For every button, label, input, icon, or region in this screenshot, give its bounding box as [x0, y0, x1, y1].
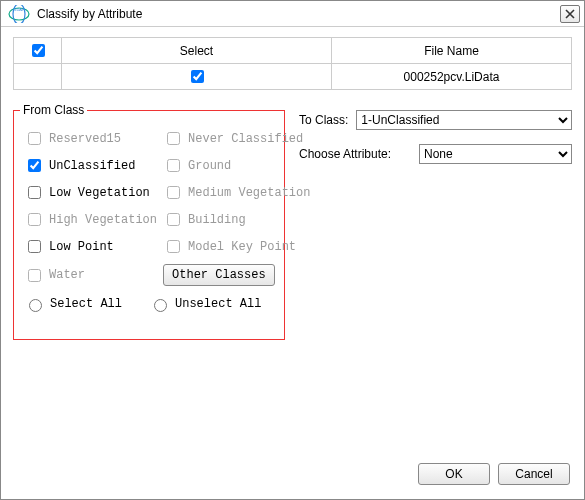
to-class-label: To Class:	[299, 113, 348, 127]
from-class-item: Building	[163, 210, 310, 229]
to-class-select[interactable]: 1-UnClassified	[356, 110, 572, 130]
from-class-item: Reserved15	[24, 129, 157, 148]
cancel-button-label: Cancel	[515, 467, 552, 481]
other-classes-wrap: Other Classes	[163, 264, 310, 286]
from-class-checkbox	[28, 132, 41, 145]
other-classes-label: Other Classes	[172, 268, 266, 282]
ok-button[interactable]: OK	[418, 463, 490, 485]
from-class-item-label: Never Classified	[188, 132, 303, 146]
from-class-item: Medium Vegetation	[163, 183, 310, 202]
close-icon	[565, 9, 575, 19]
from-class-checkbox	[167, 213, 180, 226]
header-select: Select	[62, 38, 332, 64]
titlebar: LIDAR Classify by Attribute	[1, 1, 584, 27]
from-class-item-label: Low Point	[49, 240, 114, 254]
from-class-options: Reserved15Never ClassifiedUnClassifiedGr…	[24, 129, 274, 286]
from-class-item-label: Low Vegetation	[49, 186, 150, 200]
from-class-item: Water	[24, 264, 157, 286]
from-class-item: Ground	[163, 156, 310, 175]
from-class-item[interactable]: Low Vegetation	[24, 183, 157, 202]
from-class-item[interactable]: UnClassified	[24, 156, 157, 175]
dialog-window: LIDAR Classify by Attribute Select File …	[0, 0, 585, 500]
from-class-checkbox	[167, 186, 180, 199]
row-select-checkbox[interactable]	[191, 70, 204, 83]
from-class-item-label: High Vegetation	[49, 213, 157, 227]
from-class-item: High Vegetation	[24, 210, 157, 229]
from-class-group: From Class Reserved15Never ClassifiedUnC…	[13, 110, 285, 340]
from-class-checkbox[interactable]	[28, 159, 41, 172]
header-filename: File Name	[332, 38, 572, 64]
choose-attribute-select[interactable]: None	[419, 144, 572, 164]
from-class-item-label: Water	[49, 268, 85, 282]
file-table: Select File Name 000252pcv.LiData	[13, 37, 572, 90]
close-button[interactable]	[560, 5, 580, 23]
select-all-checkbox[interactable]	[32, 44, 45, 57]
table-row[interactable]: 000252pcv.LiData	[14, 64, 572, 90]
dialog-title: Classify by Attribute	[37, 7, 560, 21]
from-class-checkbox	[167, 240, 180, 253]
select-all-radio[interactable]: Select All	[24, 296, 149, 312]
from-class-item: Never Classified	[163, 129, 310, 148]
right-panel: To Class: 1-UnClassified Choose Attribut…	[299, 110, 572, 178]
unselect-all-label: Unselect All	[175, 297, 261, 311]
other-classes-button[interactable]: Other Classes	[163, 264, 275, 286]
select-all-label: Select All	[50, 297, 122, 311]
from-class-item-label: Medium Vegetation	[188, 186, 310, 200]
from-class-legend: From Class	[20, 103, 87, 117]
from-class-item: Model Key Point	[163, 237, 310, 256]
from-class-checkbox	[167, 132, 180, 145]
from-class-checkbox	[28, 269, 41, 282]
from-class-checkbox[interactable]	[28, 240, 41, 253]
cancel-button[interactable]: Cancel	[498, 463, 570, 485]
header-select-all[interactable]	[14, 38, 62, 64]
from-class-checkbox	[167, 159, 180, 172]
ok-button-label: OK	[445, 467, 462, 481]
select-all-radio-input[interactable]	[29, 299, 42, 312]
svg-text:LIDAR: LIDAR	[13, 7, 25, 12]
row-select-cell[interactable]	[62, 64, 332, 90]
choose-attribute-label: Choose Attribute:	[299, 147, 411, 161]
from-class-checkbox[interactable]	[28, 186, 41, 199]
dialog-content: Select File Name 000252pcv.LiData From C…	[1, 27, 584, 350]
unselect-all-radio[interactable]: Unselect All	[149, 296, 274, 312]
from-class-item-label: Model Key Point	[188, 240, 296, 254]
app-logo-icon: LIDAR	[5, 5, 33, 23]
unselect-all-radio-input[interactable]	[154, 299, 167, 312]
from-class-item-label: Reserved15	[49, 132, 121, 146]
dialog-footer: OK Cancel	[418, 463, 570, 485]
from-class-item-label: Building	[188, 213, 246, 227]
row-filename: 000252pcv.LiData	[332, 64, 572, 90]
from-class-item[interactable]: Low Point	[24, 237, 157, 256]
from-class-item-label: UnClassified	[49, 159, 135, 173]
from-class-checkbox	[28, 213, 41, 226]
from-class-item-label: Ground	[188, 159, 231, 173]
